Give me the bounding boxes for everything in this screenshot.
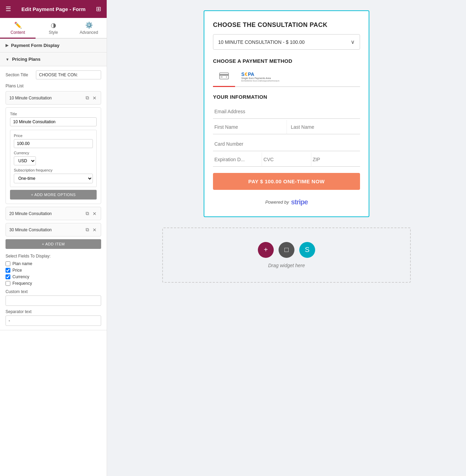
sidebar-title: Edit Payment Page - Form — [21, 6, 86, 12]
svg-rect-2 — [221, 77, 223, 77]
payment-method-title: CHOOSE A PAYMENT METHOD — [213, 58, 360, 64]
plan-dropdown[interactable]: 10 MINUTE CONSULTATION - $ 100.00 ∨ — [213, 34, 360, 50]
chevron-down-icon: ∨ — [351, 39, 355, 45]
custom-text-input[interactable] — [6, 295, 101, 306]
card-icon — [219, 72, 229, 81]
plan-3-delete-button[interactable]: ✕ — [92, 226, 97, 233]
advanced-icon: ⚙️ — [85, 21, 93, 29]
field-frequency-row[interactable]: Frequency — [6, 281, 101, 286]
plan-item-2: 20 Minute Consultation ⧉ ✕ — [6, 207, 101, 220]
arrow-down-icon: ▼ — [6, 57, 9, 61]
tab-style-label: Style — [49, 30, 58, 35]
field-currency-checkbox[interactable] — [6, 274, 10, 279]
svg-rect-1 — [220, 74, 229, 76]
plan-3-copy-button[interactable]: ⧉ — [85, 226, 90, 233]
section-title-input[interactable] — [36, 70, 101, 79]
content-icon: ✏️ — [14, 21, 22, 29]
card-number-input[interactable] — [213, 137, 360, 151]
plan-2-actions: ⧉ ✕ — [85, 210, 97, 217]
pricing-plans-label: Pricing Plans — [12, 57, 40, 62]
add-item-button[interactable]: + ADD ITEM — [6, 239, 101, 249]
email-input[interactable] — [213, 105, 360, 119]
payment-card: CHOOSE THE CONSULTATION PACK 10 MINUTE C… — [204, 10, 369, 217]
field-frequency-checkbox[interactable] — [6, 281, 10, 286]
tab-content-label: Content — [10, 30, 25, 35]
card-detail-row — [213, 153, 360, 168]
style-icon: ◑ — [51, 21, 56, 29]
zip-input[interactable] — [311, 153, 360, 167]
pricing-plans-header[interactable]: ▼ Pricing Plans — [0, 52, 107, 66]
drag-label: Drag widget here — [268, 263, 305, 268]
svg-rect-0 — [220, 73, 229, 79]
tab-advanced[interactable]: ⚙️ Advanced — [71, 18, 107, 39]
price-label: Price — [14, 134, 93, 138]
sepa-logo: S € PA Single Euro Payments Area Einheit… — [241, 71, 279, 82]
field-currency-row[interactable]: Currency — [6, 274, 101, 279]
your-info-title: YOUR INFORMATION — [213, 94, 360, 100]
field-plan-name-label: Plan name — [12, 261, 32, 266]
price-input[interactable] — [14, 139, 93, 148]
sidebar-header: ☰ Edit Payment Page - Form ⊞ — [0, 0, 107, 18]
currency-select[interactable]: USD EUR GBP — [14, 156, 36, 165]
plan-3-actions: ⧉ ✕ — [85, 226, 97, 233]
freq-select[interactable]: One-time Monthly Yearly — [14, 174, 93, 183]
field-plan-name-row[interactable]: Plan name — [6, 261, 101, 266]
select-fields-label: Select Fields To Display: — [6, 254, 101, 259]
expiry-input[interactable] — [213, 153, 262, 167]
pricing-plans-body: Section Title Plans List 10 Minute Consu… — [0, 66, 107, 330]
separator-text-label: Separator text — [6, 309, 101, 314]
plan-2-delete-button[interactable]: ✕ — [92, 210, 97, 217]
add-options-button[interactable]: + ADD MORE OPTIONS — [10, 190, 97, 200]
plan-detail-inner: Price Currency USD EUR GBP Subscription … — [10, 130, 97, 187]
tab-advanced-label: Advanced — [80, 30, 98, 35]
payment-method-card-tab[interactable] — [213, 69, 235, 87]
main-content: CHOOSE THE CONSULTATION PACK 10 MINUTE C… — [107, 0, 466, 476]
widget-type-button[interactable]: □ — [279, 242, 294, 258]
separator-text-input[interactable] — [6, 315, 101, 326]
custom-text-label: Custom text — [6, 289, 101, 294]
pay-button[interactable]: PAY $ 100.00 ONE-TIME NOW — [213, 173, 360, 190]
grid-icon[interactable]: ⊞ — [96, 5, 101, 13]
section-title-label: Section Title — [6, 72, 33, 77]
field-plan-name-checkbox[interactable] — [6, 261, 10, 266]
plan-title-input[interactable] — [10, 117, 97, 126]
powered-by-label: Powered by — [265, 200, 289, 205]
tab-style[interactable]: ◑ Style — [36, 18, 71, 39]
field-frequency-label: Frequency — [12, 281, 32, 286]
section-title-row: Section Title — [6, 70, 101, 79]
first-name-input[interactable] — [213, 120, 287, 134]
hamburger-icon[interactable]: ☰ — [6, 5, 11, 13]
arrow-right-icon: ▶ — [6, 43, 8, 48]
plans-list-label: Plans List — [6, 84, 101, 88]
plan-2-copy-button[interactable]: ⧉ — [85, 210, 90, 217]
drag-widget-area: + □ S Drag widget here — [162, 227, 411, 283]
field-price-checkbox[interactable] — [6, 268, 10, 273]
plan-2-label: 20 Minute Consultation — [9, 211, 85, 216]
payment-method-sepa-tab[interactable]: S € PA Single Euro Payments Area Einheit… — [235, 69, 285, 87]
last-name-input[interactable] — [287, 120, 360, 134]
plan-1-copy-button[interactable]: ⧉ — [85, 94, 90, 101]
tab-content[interactable]: ✏️ Content — [0, 18, 36, 39]
cvc-input[interactable] — [262, 153, 311, 167]
currency-label: Currency — [14, 151, 93, 155]
sidebar: ☰ Edit Payment Page - Form ⊞ ✏️ Content … — [0, 0, 107, 476]
plan-item-3: 30 Minute Consultation ⧉ ✕ — [6, 223, 101, 236]
plan-3-label: 30 Minute Consultation — [9, 227, 85, 232]
field-price-row[interactable]: Price — [6, 268, 101, 273]
field-currency-label: Currency — [12, 274, 29, 279]
selected-plan-label: 10 MINUTE CONSULTATION - $ 100.00 — [218, 39, 305, 45]
name-row — [213, 120, 360, 136]
payment-form-display-header[interactable]: ▶ Payment Form Display — [0, 39, 107, 52]
plan-1-label: 10 Minute Consultation — [9, 96, 85, 100]
plan-1-delete-button[interactable]: ✕ — [92, 94, 97, 101]
stripe-logo: stripe — [291, 198, 308, 206]
widget-icons-row: + □ S — [258, 242, 315, 258]
payment-form-display-label: Payment Form Display — [11, 43, 59, 48]
sidebar-tabs: ✏️ Content ◑ Style ⚙️ Advanced — [0, 18, 107, 39]
plan-detail-expanded: Title Price Currency USD EUR GBP Subscri… — [6, 107, 101, 204]
payment-methods-row: S € PA Single Euro Payments Area Einheit… — [213, 69, 360, 87]
widget-s-button[interactable]: S — [299, 242, 315, 258]
add-widget-button[interactable]: + — [258, 242, 274, 258]
choose-pack-title: CHOOSE THE CONSULTATION PACK — [213, 21, 360, 29]
powered-by-row: Powered by stripe — [213, 198, 360, 206]
